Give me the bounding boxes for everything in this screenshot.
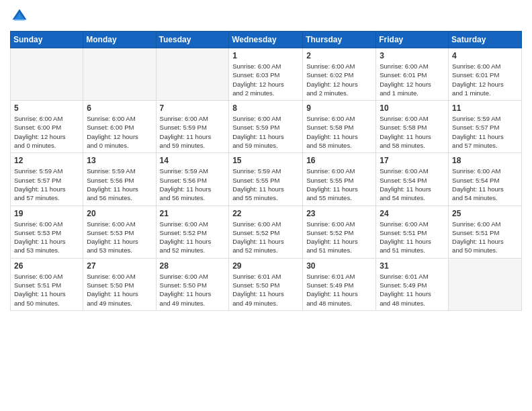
day-info: Sunrise: 5:59 AM Sunset: 5:57 PM Dayligh… bbox=[14, 167, 79, 202]
calendar-day-cell bbox=[83, 48, 156, 101]
calendar-day-cell: 6Sunrise: 6:00 AM Sunset: 6:00 PM Daylig… bbox=[83, 101, 156, 153]
calendar-day-cell: 1Sunrise: 6:00 AM Sunset: 6:03 PM Daylig… bbox=[229, 48, 303, 101]
day-info: Sunrise: 6:00 AM Sunset: 5:52 PM Dayligh… bbox=[160, 220, 226, 255]
calendar-day-cell bbox=[156, 48, 229, 101]
weekday-header-thursday: Thursday bbox=[303, 32, 376, 48]
calendar-day-cell: 2Sunrise: 6:00 AM Sunset: 6:02 PM Daylig… bbox=[303, 48, 376, 101]
day-info: Sunrise: 6:00 AM Sunset: 5:51 PM Dayligh… bbox=[380, 220, 445, 255]
day-info: Sunrise: 6:00 AM Sunset: 6:00 PM Dayligh… bbox=[14, 114, 79, 150]
day-info: Sunrise: 6:00 AM Sunset: 5:50 PM Dayligh… bbox=[87, 272, 152, 308]
day-number: 13 bbox=[87, 156, 152, 165]
calendar-day-cell: 17Sunrise: 6:00 AM Sunset: 5:54 PM Dayli… bbox=[376, 153, 449, 205]
day-info: Sunrise: 6:01 AM Sunset: 5:50 PM Dayligh… bbox=[232, 272, 299, 308]
day-info: Sunrise: 6:00 AM Sunset: 6:02 PM Dayligh… bbox=[306, 62, 372, 97]
calendar-day-cell: 9Sunrise: 6:00 AM Sunset: 5:58 PM Daylig… bbox=[303, 101, 376, 153]
day-info: Sunrise: 6:00 AM Sunset: 5:51 PM Dayligh… bbox=[452, 220, 518, 255]
day-info: Sunrise: 5:59 AM Sunset: 5:56 PM Dayligh… bbox=[87, 167, 152, 202]
day-info: Sunrise: 6:00 AM Sunset: 5:54 PM Dayligh… bbox=[452, 167, 518, 202]
day-info: Sunrise: 6:00 AM Sunset: 5:59 PM Dayligh… bbox=[160, 114, 226, 150]
calendar-day-cell: 31Sunrise: 6:01 AM Sunset: 5:49 PM Dayli… bbox=[376, 258, 449, 310]
day-number: 15 bbox=[232, 156, 299, 165]
day-info: Sunrise: 6:00 AM Sunset: 6:01 PM Dayligh… bbox=[380, 62, 445, 97]
weekday-header-sunday: Sunday bbox=[11, 32, 83, 48]
weekday-header-monday: Monday bbox=[83, 32, 156, 48]
day-number: 21 bbox=[160, 209, 226, 218]
calendar-day-cell bbox=[11, 48, 83, 101]
calendar-day-cell: 29Sunrise: 6:01 AM Sunset: 5:50 PM Dayli… bbox=[229, 258, 303, 310]
calendar-day-cell: 28Sunrise: 6:00 AM Sunset: 5:50 PM Dayli… bbox=[156, 258, 229, 310]
day-number: 20 bbox=[87, 209, 152, 218]
calendar-day-cell: 8Sunrise: 6:00 AM Sunset: 5:59 PM Daylig… bbox=[229, 101, 303, 153]
day-info: Sunrise: 5:59 AM Sunset: 5:55 PM Dayligh… bbox=[232, 167, 299, 202]
day-number: 12 bbox=[14, 156, 79, 165]
weekday-header-friday: Friday bbox=[376, 32, 449, 48]
day-info: Sunrise: 6:00 AM Sunset: 5:53 PM Dayligh… bbox=[87, 220, 152, 255]
page: SundayMondayTuesdayWednesdayThursdayFrid… bbox=[0, 0, 532, 411]
calendar-day-cell: 15Sunrise: 5:59 AM Sunset: 5:55 PM Dayli… bbox=[229, 153, 303, 205]
day-number: 24 bbox=[380, 209, 445, 218]
day-number: 6 bbox=[87, 103, 152, 113]
day-info: Sunrise: 6:00 AM Sunset: 5:52 PM Dayligh… bbox=[232, 220, 299, 255]
day-info: Sunrise: 6:00 AM Sunset: 6:03 PM Dayligh… bbox=[232, 62, 299, 97]
day-info: Sunrise: 6:00 AM Sunset: 5:52 PM Dayligh… bbox=[306, 220, 372, 255]
day-number: 9 bbox=[306, 103, 372, 113]
day-number: 23 bbox=[306, 209, 372, 218]
day-info: Sunrise: 6:01 AM Sunset: 5:49 PM Dayligh… bbox=[306, 272, 372, 308]
day-number: 16 bbox=[306, 156, 372, 165]
day-number: 1 bbox=[232, 51, 299, 60]
day-info: Sunrise: 6:00 AM Sunset: 5:53 PM Dayligh… bbox=[14, 220, 79, 255]
day-info: Sunrise: 6:00 AM Sunset: 5:58 PM Dayligh… bbox=[306, 114, 372, 150]
calendar-day-cell: 30Sunrise: 6:01 AM Sunset: 5:49 PM Dayli… bbox=[303, 258, 376, 310]
calendar-day-cell: 4Sunrise: 6:00 AM Sunset: 6:01 PM Daylig… bbox=[449, 48, 522, 101]
calendar-week-row: 12Sunrise: 5:59 AM Sunset: 5:57 PM Dayli… bbox=[11, 153, 522, 205]
calendar-week-row: 26Sunrise: 6:00 AM Sunset: 5:51 PM Dayli… bbox=[11, 258, 522, 310]
day-number: 19 bbox=[14, 209, 79, 218]
day-info: Sunrise: 6:00 AM Sunset: 6:01 PM Dayligh… bbox=[452, 62, 518, 97]
calendar-day-cell: 24Sunrise: 6:00 AM Sunset: 5:51 PM Dayli… bbox=[376, 205, 449, 258]
day-info: Sunrise: 5:59 AM Sunset: 5:57 PM Dayligh… bbox=[452, 114, 518, 150]
day-number: 8 bbox=[232, 103, 299, 113]
day-number: 17 bbox=[380, 156, 445, 165]
calendar-day-cell bbox=[449, 258, 522, 310]
calendar-day-cell: 25Sunrise: 6:00 AM Sunset: 5:51 PM Dayli… bbox=[449, 205, 522, 258]
day-info: Sunrise: 6:00 AM Sunset: 5:54 PM Dayligh… bbox=[380, 167, 445, 202]
day-number: 29 bbox=[232, 261, 299, 271]
day-number: 28 bbox=[160, 261, 226, 271]
calendar-day-cell: 21Sunrise: 6:00 AM Sunset: 5:52 PM Dayli… bbox=[156, 205, 229, 258]
calendar-day-cell: 7Sunrise: 6:00 AM Sunset: 5:59 PM Daylig… bbox=[156, 101, 229, 153]
day-number: 11 bbox=[452, 103, 518, 113]
day-info: Sunrise: 6:00 AM Sunset: 5:51 PM Dayligh… bbox=[14, 272, 79, 308]
day-number: 31 bbox=[380, 261, 445, 271]
calendar-week-row: 19Sunrise: 6:00 AM Sunset: 5:53 PM Dayli… bbox=[11, 205, 522, 258]
day-info: Sunrise: 6:00 AM Sunset: 5:58 PM Dayligh… bbox=[380, 114, 445, 150]
day-number: 10 bbox=[380, 103, 445, 113]
day-number: 3 bbox=[380, 51, 445, 60]
day-info: Sunrise: 6:00 AM Sunset: 5:59 PM Dayligh… bbox=[232, 114, 299, 150]
calendar-day-cell: 14Sunrise: 5:59 AM Sunset: 5:56 PM Dayli… bbox=[156, 153, 229, 205]
calendar-day-cell: 13Sunrise: 5:59 AM Sunset: 5:56 PM Dayli… bbox=[83, 153, 156, 205]
day-number: 30 bbox=[306, 261, 372, 271]
day-number: 14 bbox=[160, 156, 226, 165]
day-info: Sunrise: 5:59 AM Sunset: 5:56 PM Dayligh… bbox=[160, 167, 226, 202]
header bbox=[10, 7, 522, 26]
calendar-day-cell: 20Sunrise: 6:00 AM Sunset: 5:53 PM Dayli… bbox=[83, 205, 156, 258]
calendar-day-cell: 5Sunrise: 6:00 AM Sunset: 6:00 PM Daylig… bbox=[11, 101, 83, 153]
weekday-header-saturday: Saturday bbox=[449, 32, 522, 48]
weekday-header-wednesday: Wednesday bbox=[229, 32, 303, 48]
calendar-day-cell: 18Sunrise: 6:00 AM Sunset: 5:54 PM Dayli… bbox=[449, 153, 522, 205]
calendar-day-cell: 16Sunrise: 6:00 AM Sunset: 5:55 PM Dayli… bbox=[303, 153, 376, 205]
calendar-week-row: 1Sunrise: 6:00 AM Sunset: 6:03 PM Daylig… bbox=[11, 48, 522, 101]
day-number: 2 bbox=[306, 51, 372, 60]
calendar-day-cell: 3Sunrise: 6:00 AM Sunset: 6:01 PM Daylig… bbox=[376, 48, 449, 101]
day-number: 22 bbox=[232, 209, 299, 218]
logo-icon bbox=[10, 7, 29, 26]
day-number: 27 bbox=[87, 261, 152, 271]
day-info: Sunrise: 6:00 AM Sunset: 6:00 PM Dayligh… bbox=[87, 114, 152, 150]
day-info: Sunrise: 6:00 AM Sunset: 5:55 PM Dayligh… bbox=[306, 167, 372, 202]
day-number: 4 bbox=[452, 51, 518, 60]
calendar-week-row: 5Sunrise: 6:00 AM Sunset: 6:00 PM Daylig… bbox=[11, 101, 522, 153]
calendar-day-cell: 19Sunrise: 6:00 AM Sunset: 5:53 PM Dayli… bbox=[11, 205, 83, 258]
calendar-day-cell: 12Sunrise: 5:59 AM Sunset: 5:57 PM Dayli… bbox=[11, 153, 83, 205]
calendar-day-cell: 11Sunrise: 5:59 AM Sunset: 5:57 PM Dayli… bbox=[449, 101, 522, 153]
calendar-day-cell: 26Sunrise: 6:00 AM Sunset: 5:51 PM Dayli… bbox=[11, 258, 83, 310]
